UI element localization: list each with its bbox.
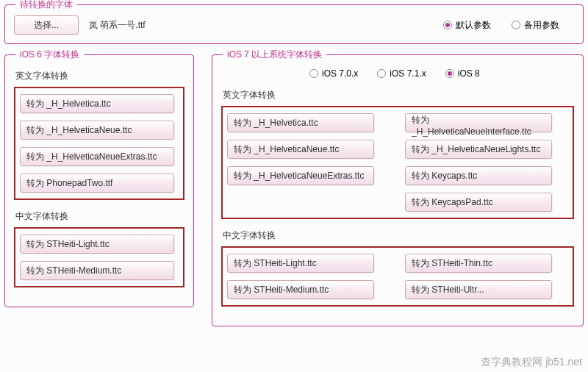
radio-default-params[interactable]: 默认参数 xyxy=(443,19,491,32)
radio-label: iOS 7.1.x xyxy=(390,68,426,79)
convert-button[interactable]: 转为 _H_HelveticaNeueExtras.ttc xyxy=(227,166,374,185)
source-font-row: 选择... 岚 萌系一号.ttf 默认参数 备用参数 xyxy=(14,15,574,35)
ios7-cn-label: 中文字体转换 xyxy=(223,229,574,242)
radio-dot-icon xyxy=(445,69,454,78)
radio-backup-params[interactable]: 备用参数 xyxy=(512,19,559,32)
radio-ios70[interactable]: iOS 7.0.x xyxy=(309,68,358,79)
convert-button[interactable]: 转为 _H_HelveticaNeueInterface.ttc xyxy=(405,113,552,132)
convert-button[interactable]: 转为 _H_Helvetica.ttc xyxy=(20,94,174,113)
source-font-group: 待转换的字体 选择... 岚 萌系一号.ttf 默认参数 备用参数 xyxy=(4,4,584,44)
grid-spacer xyxy=(227,193,390,212)
convert-button[interactable]: 转为 STHeiti-Medium.ttc xyxy=(227,280,374,299)
radio-dot-icon xyxy=(377,69,386,78)
ios7-legend: iOS 7 以上系统字体转换 xyxy=(223,49,326,61)
radio-ios71[interactable]: iOS 7.1.x xyxy=(377,68,426,79)
radio-label: 默认参数 xyxy=(456,19,491,32)
convert-button[interactable]: 转为 _H_HelveticaNeue.ttc xyxy=(227,140,374,159)
radio-dot-icon xyxy=(309,69,318,78)
convert-button[interactable]: 转为 STHeiti-Light.ttc xyxy=(227,254,374,273)
convert-button[interactable]: 转为 STHeiti-Thin.ttc xyxy=(405,254,552,273)
convert-button[interactable]: 转为 KeycapsPad.ttc xyxy=(405,193,552,212)
ios7-en-label: 英文字体转换 xyxy=(223,89,574,101)
choose-file-button[interactable]: 选择... xyxy=(14,15,79,35)
param-radio-group: 默认参数 备用参数 xyxy=(443,19,574,32)
radio-label: 备用参数 xyxy=(524,19,559,32)
convert-button[interactable]: 转为 STHeiti-Ultr... xyxy=(405,280,552,299)
convert-button[interactable]: 转为 STHeiti-Light.ttc xyxy=(20,235,174,254)
ios7-cn-box: 转为 STHeiti-Light.ttc 转为 STHeiti-Thin.ttc… xyxy=(221,246,574,307)
ios6-cn-box: 转为 STHeiti-Light.ttc 转为 STHeiti-Medium.t… xyxy=(14,227,184,287)
convert-button[interactable]: 转为 _H_HelveticaNeue.ttc xyxy=(20,121,174,140)
ios7-en-box: 转为 _H_Helvetica.ttc 转为 _H_HelveticaNeueI… xyxy=(221,106,574,219)
ios6-en-box: 转为 _H_Helvetica.ttc 转为 _H_HelveticaNeue.… xyxy=(14,87,184,200)
ios-version-radio-group: iOS 7.0.x iOS 7.1.x iOS 8 xyxy=(309,68,574,79)
ios6-legend: iOS 6 字体转换 xyxy=(15,49,84,61)
radio-label: iOS 8 xyxy=(458,68,480,79)
radio-ios8[interactable]: iOS 8 xyxy=(445,68,480,79)
ios7-group: iOS 7 以上系统字体转换 iOS 7.0.x iOS 7.1.x iOS 8… xyxy=(212,54,584,326)
ios6-cn-label: 中文字体转换 xyxy=(15,210,184,223)
convert-button[interactable]: 转为 _H_HelveticaNeueLights.ttc xyxy=(405,140,552,159)
selected-filename: 岚 萌系一号.ttf xyxy=(89,19,146,32)
convert-button[interactable]: 转为 Keycaps.ttc xyxy=(405,166,552,185)
convert-button[interactable]: 转为 _H_HelveticaNeueExtras.ttc xyxy=(20,147,174,166)
convert-button[interactable]: 转为 _H_Helvetica.ttc xyxy=(227,113,374,132)
source-font-legend: 待转换的字体 xyxy=(15,0,77,11)
radio-label: iOS 7.0.x xyxy=(322,68,358,79)
radio-dot-icon xyxy=(512,21,520,29)
ios6-en-label: 英文字体转换 xyxy=(15,70,184,82)
convert-button[interactable]: 转为 STHeiti-Medium.ttc xyxy=(20,261,174,280)
radio-dot-icon xyxy=(443,21,452,29)
ios6-group: iOS 6 字体转换 英文字体转换 转为 _H_Helvetica.ttc 转为… xyxy=(4,54,194,307)
convert-button[interactable]: 转为 PhonepadTwo.ttf xyxy=(20,174,174,193)
